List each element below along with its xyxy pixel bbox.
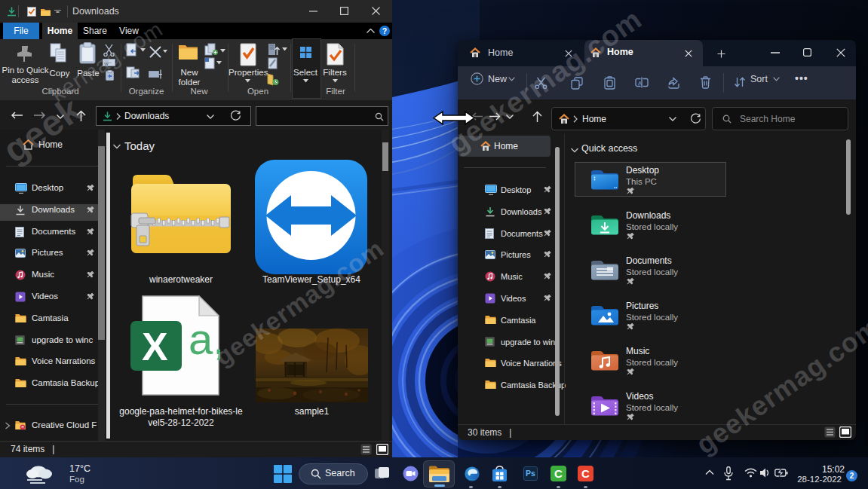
- svg-text:A: A: [638, 80, 642, 87]
- svg-text:a,: a,: [189, 314, 220, 363]
- svg-text:W: W: [104, 62, 109, 66]
- svg-text:X: X: [142, 325, 168, 368]
